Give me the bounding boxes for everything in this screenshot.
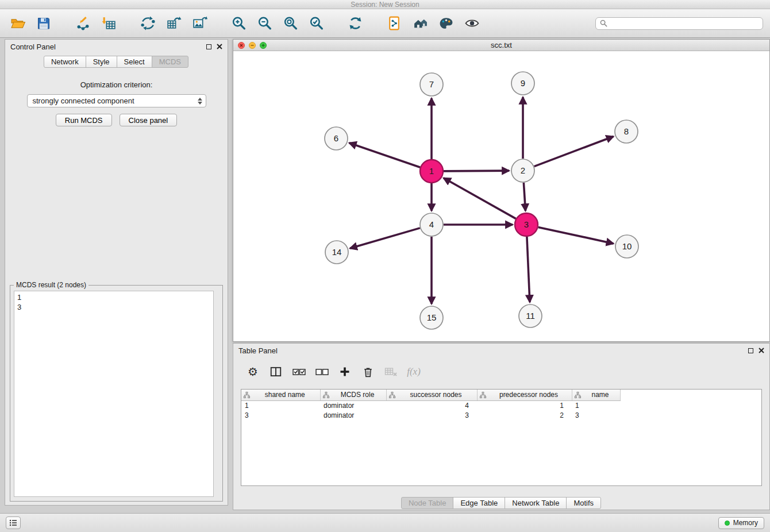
edge-3-10[interactable] — [538, 227, 614, 243]
graph-node-8[interactable]: 8 — [615, 120, 638, 143]
column-header-name[interactable]: name — [572, 390, 620, 400]
cell-shared-name[interactable]: 1 — [241, 400, 320, 410]
toggle-columns-button[interactable] — [269, 363, 283, 380]
optimization-select[interactable]: strongly connected component — [27, 94, 206, 107]
show-hide-button[interactable] — [461, 12, 483, 35]
maximize-window-button[interactable] — [260, 42, 267, 49]
search-field[interactable] — [595, 17, 763, 30]
cell-mcds-role[interactable]: dominator — [320, 400, 386, 410]
import-table-icon — [101, 16, 117, 31]
style-painter-button[interactable] — [435, 12, 457, 35]
graph-node-4[interactable]: 4 — [420, 213, 443, 236]
search-input[interactable] — [610, 20, 759, 28]
cell-successor-nodes[interactable]: 4 — [386, 400, 477, 410]
close-panel-action-button[interactable]: Close panel — [120, 114, 178, 126]
run-mcds-button[interactable]: Run MCDS — [56, 114, 112, 126]
node-label: 6 — [334, 133, 338, 143]
import-network-button[interactable] — [72, 12, 94, 35]
tab-mcds[interactable]: MCDS — [152, 56, 188, 68]
open-folder-icon — [10, 16, 26, 31]
export-image-button[interactable] — [188, 12, 210, 35]
edge-4-14[interactable] — [350, 228, 420, 248]
close-table-panel-button[interactable] — [759, 348, 764, 353]
apply-layout-button[interactable] — [344, 12, 366, 35]
save-session-button[interactable] — [33, 12, 55, 35]
zoom-selected-button[interactable] — [305, 12, 327, 35]
clipboard-network-icon — [387, 16, 402, 31]
edge-3-1[interactable] — [444, 178, 516, 219]
add-column-button[interactable] — [338, 363, 352, 380]
minimize-window-button[interactable] — [249, 42, 256, 49]
graph-node-10[interactable]: 10 — [615, 235, 638, 258]
column-header-mcds-role[interactable]: MCDS role — [320, 390, 386, 400]
image-export-icon — [192, 16, 207, 31]
deselect-all-button[interactable] — [315, 363, 329, 380]
column-header-shared-name[interactable]: shared name — [241, 390, 320, 400]
delete-column-button[interactable] — [361, 363, 375, 380]
close-panel-button[interactable] — [217, 44, 222, 49]
tab-style[interactable]: Style — [86, 56, 117, 68]
task-list-icon — [9, 518, 18, 527]
first-neighbors-button[interactable] — [409, 12, 431, 35]
tab-node-table[interactable]: Node Table — [401, 497, 454, 509]
graph-node-3[interactable]: 3 — [515, 213, 538, 236]
cell-name[interactable]: 1 — [572, 400, 620, 410]
export-table-button[interactable] — [163, 12, 184, 35]
cell-mcds-role[interactable]: dominator — [320, 410, 386, 420]
float-table-panel-button[interactable] — [748, 348, 753, 353]
import-table-button[interactable] — [98, 12, 120, 35]
close-window-button[interactable] — [238, 42, 245, 49]
zoom-out-button[interactable] — [253, 12, 275, 35]
cell-shared-name[interactable]: 3 — [241, 410, 320, 420]
cell-predecessor-nodes[interactable]: 1 — [477, 400, 572, 410]
node-label: 10 — [622, 241, 632, 251]
cell-successor-nodes[interactable]: 3 — [386, 410, 477, 420]
tab-motifs[interactable]: Motifs — [566, 497, 601, 509]
edge-2-8[interactable] — [534, 136, 614, 166]
zoom-fit-button[interactable] — [279, 12, 301, 35]
cell-name[interactable]: 3 — [572, 410, 620, 420]
delete-table-button[interactable] — [384, 363, 398, 380]
tab-network-table[interactable]: Network Table — [505, 497, 567, 509]
edge-1-2[interactable] — [444, 171, 509, 171]
graph-node-1[interactable]: 1 — [420, 160, 443, 183]
graph-node-7[interactable]: 7 — [420, 73, 443, 96]
mcds-result-text[interactable]: 1 3 — [14, 291, 214, 497]
graph-node-15[interactable]: 15 — [420, 306, 443, 329]
graph-node-2[interactable]: 2 — [511, 159, 534, 182]
tab-edge-table[interactable]: Edge Table — [453, 497, 505, 509]
result-line: 1 — [17, 292, 210, 302]
zoom-in-button[interactable] — [228, 12, 249, 35]
select-arrows-icon — [198, 98, 202, 105]
graph-node-14[interactable]: 14 — [325, 241, 348, 264]
network-canvas[interactable]: 7968124314101511 — [233, 51, 769, 341]
select-all-button[interactable] — [292, 363, 306, 380]
new-network-from-selection-button[interactable] — [137, 12, 159, 35]
edge-2-3[interactable] — [523, 183, 525, 211]
window-titlebar: Session: New Session — [0, 0, 770, 9]
cell-predecessor-nodes[interactable]: 2 — [477, 410, 572, 420]
palette-icon — [438, 16, 454, 31]
zoom-selected-icon — [309, 16, 324, 31]
tab-network[interactable]: Network — [44, 56, 86, 68]
open-session-button[interactable] — [7, 12, 29, 35]
trash-icon — [362, 366, 374, 378]
table-row[interactable]: 1 dominator 4 1 1 — [241, 400, 620, 410]
function-builder-button[interactable]: f(x) — [407, 363, 421, 380]
graph-node-9[interactable]: 9 — [511, 72, 534, 95]
edge-1-6[interactable] — [349, 143, 420, 167]
column-header-successor-nodes[interactable]: successor nodes — [386, 390, 477, 400]
graph-node-6[interactable]: 6 — [325, 127, 348, 150]
graph-node-11[interactable]: 11 — [519, 304, 542, 327]
tab-select[interactable]: Select — [117, 56, 152, 68]
float-panel-button[interactable] — [206, 44, 211, 49]
memory-button[interactable]: Memory — [718, 517, 764, 529]
edge-3-11[interactable] — [527, 237, 530, 302]
network-from-clipboard-button[interactable] — [383, 12, 405, 35]
column-header-predecessor-nodes[interactable]: predecessor nodes — [477, 390, 572, 400]
control-panel-title: Control Panel — [10, 43, 56, 51]
task-history-button[interactable] — [6, 516, 21, 529]
table-options-button[interactable]: ⚙ — [246, 363, 260, 380]
table-row[interactable]: 3 dominator 3 2 3 — [241, 410, 620, 420]
main-toolbar — [0, 9, 770, 38]
